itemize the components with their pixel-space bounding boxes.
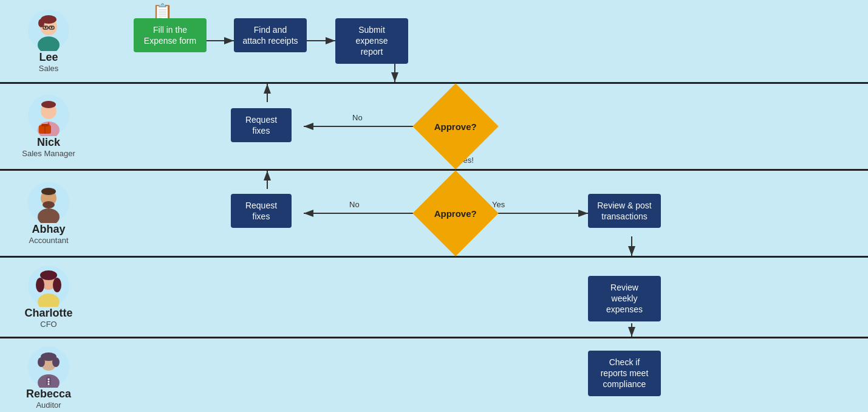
- lane2-content: No Yes! Request fixes Approve?: [97, 84, 868, 169]
- svg-point-39: [48, 381, 50, 383]
- svg-point-35: [38, 357, 45, 367]
- actor-abhay: Abhay Accountant: [0, 174, 97, 252]
- lane4-arrows: [97, 258, 868, 337]
- label-no-nick: No: [352, 113, 363, 122]
- actor-lee-name: Lee: [39, 51, 58, 64]
- box-check-compliance: Check if reports meet compliance: [588, 351, 661, 396]
- svg-point-24: [41, 188, 56, 195]
- actor-charlotte: Charlotte CFO: [0, 258, 97, 336]
- actor-rebecca-role: Auditor: [36, 400, 61, 410]
- diamond-approve-abhay: Approve?: [425, 183, 486, 244]
- avatar-nick: [28, 95, 69, 136]
- box-fill-expense: Fill in the Expense form: [134, 18, 207, 52]
- svg-point-38: [48, 379, 50, 380]
- actor-nick-role: Sales Manager: [22, 149, 75, 158]
- svg-point-40: [48, 383, 50, 385]
- svg-point-29: [36, 278, 44, 292]
- svg-point-23: [43, 201, 55, 208]
- actor-lee: Lee Sales: [0, 2, 97, 80]
- box-request-fixes-nick: Request fixes: [231, 108, 292, 142]
- avatar-charlotte: [28, 266, 69, 307]
- avatar-abhay: [28, 182, 69, 223]
- actor-rebecca-name: Rebecca: [26, 388, 71, 400]
- svg-point-16: [41, 101, 56, 108]
- label-no-abhay: No: [349, 200, 360, 209]
- diamond-approve-nick: Approve?: [425, 96, 486, 157]
- box-review-post: Review & post transactions: [588, 194, 661, 228]
- box-review-weekly: Review weekly expenses: [588, 276, 661, 321]
- actor-charlotte-role: CFO: [40, 320, 56, 329]
- actor-lee-role: Sales: [39, 64, 59, 73]
- lane1-content: 📋 Fill in the Expense form Find and atta…: [97, 0, 868, 82]
- avatar-lee: [28, 10, 69, 51]
- svg-point-30: [53, 278, 61, 292]
- lane5-content: Check if reports meet compliance: [97, 338, 868, 412]
- avatar-rebecca: [28, 346, 69, 388]
- svg-point-36: [52, 357, 60, 367]
- svg-point-8: [45, 26, 47, 28]
- box-request-fixes-abhay: Request fixes: [231, 194, 292, 228]
- svg-point-9: [51, 26, 53, 28]
- box-submit-report: Submit expense report: [335, 18, 408, 64]
- actor-abhay-name: Abhay: [32, 223, 65, 236]
- lane3-content: No Yes Request fixes Approve? Review & p…: [97, 171, 868, 256]
- lane-abhay: Abhay Accountant No Yes Request fixes Ap…: [0, 171, 868, 258]
- lane1-arrows: [97, 0, 868, 82]
- box-find-receipts: Find and attach receipts: [234, 18, 307, 52]
- lane4-content: Review weekly expenses: [97, 258, 868, 337]
- lane-lee: Lee Sales 📋 Fill in the Expense f: [0, 0, 868, 84]
- svg-point-28: [40, 270, 57, 280]
- lane-nick: Nick Sales Manager No Yes! Request fixes…: [0, 84, 868, 171]
- actor-abhay-role: Accountant: [29, 236, 68, 245]
- actor-nick-name: Nick: [37, 136, 60, 149]
- actor-nick: Nick Sales Manager: [0, 88, 97, 165]
- lane-charlotte: Charlotte CFO Review weekly expenses: [0, 258, 868, 338]
- label-yes-abhay: Yes: [492, 200, 505, 209]
- lane-rebecca: Rebecca Auditor Check if reports meet co…: [0, 338, 868, 412]
- actor-charlotte-name: Charlotte: [24, 307, 72, 320]
- actor-rebecca: Rebecca Auditor: [0, 339, 97, 412]
